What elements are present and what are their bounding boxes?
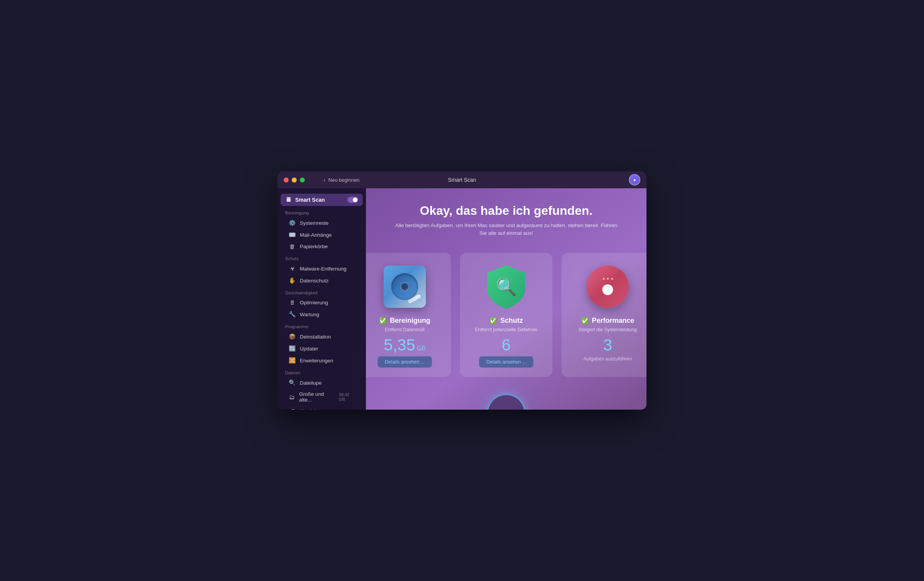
avatar-icon: ● [633,178,636,182]
wrench-icon: 🔧 [288,311,296,318]
hdd-icon [384,266,426,308]
mail-icon: ✉️ [288,231,296,238]
speed-dots [603,278,613,280]
trash-icon: 🗑 [288,243,296,250]
performance-label: Performance [592,317,634,325]
cleaning-unit: GB [417,345,425,352]
speedometer-icon [587,266,629,308]
section-label-dateien: Dateien [278,367,366,377]
sidebar-label-mail: Mail-Anhänge [300,232,332,238]
protection-desc: Entfernt potenzielle Gefahren [475,327,538,332]
sidebar-item-mail-anhaenge[interactable]: ✉️ Mail-Anhänge [281,229,363,241]
section-label-programme: Programme [278,320,366,330]
lens-icon: 🔍 [288,379,296,386]
sidebar-item-grosse[interactable]: 🗂 Große und alte... 39,42 GB [281,389,363,405]
titlebar: ‹ Neu beginnen Smart Scan ● [278,171,646,188]
cleaning-details-button[interactable]: Details ansehen ... [377,356,432,368]
protection-card: 🔍 ✅ Schutz Entfernt potenzielle Gefahren… [460,253,552,377]
protection-label: Schutz [500,317,523,325]
sidebar-item-erweiterungen[interactable]: 🔀 Erweiterungen [281,355,363,366]
sidebar-label-wartung: Wartung [300,312,319,317]
optimize-icon: 🎚 [288,299,296,306]
sidebar-label-updater: Updater [300,346,318,352]
back-label: Neu beginnen [328,177,359,183]
speed-dot-2 [607,278,609,280]
sidebar-label-datenschutz: Datenschutz [300,278,329,284]
traffic-lights [284,178,305,183]
sidebar: 🖥 Smart Scan Bereinigung ⚙️ Systemreste … [278,188,366,410]
hdd-inner [391,273,418,300]
run-button-wrap: Ausführen [487,394,525,410]
sidebar-item-papierkoerbe[interactable]: 🗑 Papierkörbe [281,241,363,252]
sidebar-label-deinstallation: Deinstallation [300,334,331,340]
smart-scan-icon: 🖥 [285,196,291,203]
sidebar-label-malware: Malware-Entfernung [300,266,347,272]
cards-row: ✅ Bereinigung Entfernt Datenmüll 5,35GB … [381,253,631,377]
chevron-left-icon: ‹ [324,177,325,183]
systemreste-icon: ⚙️ [288,219,296,226]
update-icon: 🔄 [288,345,296,352]
sidebar-label-systemreste: Systemreste [300,220,329,226]
sidebar-item-malware[interactable]: ☣ Malware-Entfernung [281,263,363,274]
cleaning-value: 5,35GB [384,337,426,353]
protection-value: 6 [502,337,510,353]
sidebar-label-papierkoerbe: Papierkörbe [300,244,328,249]
performance-desc: Steigert die Systemleistung [578,327,636,332]
files-icon: 🗂 [288,394,295,400]
sidebar-label-erweiterungen: Erweiterungen [300,358,333,364]
app-window: ‹ Neu beginnen Smart Scan ● 🖥 Smart Scan… [278,171,646,410]
cleaning-label: Bereinigung [390,317,430,325]
cleaning-desc: Entfernt Datenmüll [385,327,425,332]
performance-card: ✅ Performance Steigert die Systemleistun… [562,253,646,377]
sidebar-item-deinstallation[interactable]: 📦 Deinstallation [281,331,363,342]
titlebar-right: ● [629,174,640,186]
cleaning-check-icon: ✅ [379,317,387,324]
avatar-button[interactable]: ● [629,174,640,186]
sidebar-item-dateilupe[interactable]: 🔍 Dateilupe [281,377,363,388]
performance-value: 3 [603,337,612,353]
smart-scan-toggle[interactable] [347,197,358,203]
maximize-button[interactable] [300,178,305,183]
shredder-icon: 🖨 [288,408,296,410]
sidebar-label-dateilupe: Dateilupe [300,380,322,386]
sidebar-item-smart-scan[interactable]: 🖥 Smart Scan [281,194,363,206]
sidebar-active-label: Smart Scan [295,197,325,203]
malware-icon: ☣ [288,265,296,272]
sidebar-item-vernichter[interactable]: 🖨 Vernichter [281,405,363,410]
sidebar-item-systemreste[interactable]: ⚙️ Systemreste [281,217,363,229]
section-label-speed: Geschwindigkeit [278,287,366,297]
sidebar-label-grosse: Große und alte... [299,391,335,403]
content-area: 🖥 Smart Scan Bereinigung ⚙️ Systemreste … [278,188,646,410]
section-label-bereinigung: Bereinigung [278,207,366,217]
speed-dot-3 [611,278,613,280]
svg-text:🔍: 🔍 [496,277,517,297]
sidebar-item-wartung[interactable]: 🔧 Wartung [281,309,363,320]
cleaning-icon-wrap [382,264,428,310]
shield-icon: 🔍 [485,264,527,310]
hdd-center [400,282,409,291]
section-label-schutz: Schutz [278,252,366,262]
performance-tasks-label: Aufgaben auszuführen [583,356,632,362]
minimize-button[interactable] [292,178,297,183]
main-content: Okay, das habe ich gefunden. Alle benöti… [366,188,646,410]
main-heading: Okay, das habe ich gefunden. [420,204,592,218]
sidebar-label-vernichter: Vernichter [300,408,323,410]
sidebar-item-updater[interactable]: 🔄 Updater [281,343,363,354]
privacy-icon: ✋ [288,277,296,284]
performance-label-row: ✅ Performance [581,317,634,325]
protection-details-button[interactable]: Details ansehen ... [479,356,533,368]
run-button[interactable]: Ausführen [487,394,525,410]
grosse-size: 39,42 GB [339,392,355,402]
protection-label-row: ✅ Schutz [489,317,523,325]
protection-icon-wrap: 🔍 [483,264,529,310]
back-button[interactable]: ‹ Neu beginnen [324,177,359,183]
window-title: Smart Scan [448,177,476,183]
main-subtitle: Alle benötigten Aufgaben, um Ihren Mac s… [391,222,622,237]
uninstall-icon: 📦 [288,333,296,340]
speed-dot-1 [603,278,605,280]
protection-check-icon: ✅ [489,317,497,324]
sidebar-item-optimierung[interactable]: 🎚 Optimierung [281,297,363,308]
sidebar-item-datenschutz[interactable]: ✋ Datenschutz [281,275,363,286]
close-button[interactable] [284,178,289,183]
sidebar-label-optimierung: Optimierung [300,300,328,305]
